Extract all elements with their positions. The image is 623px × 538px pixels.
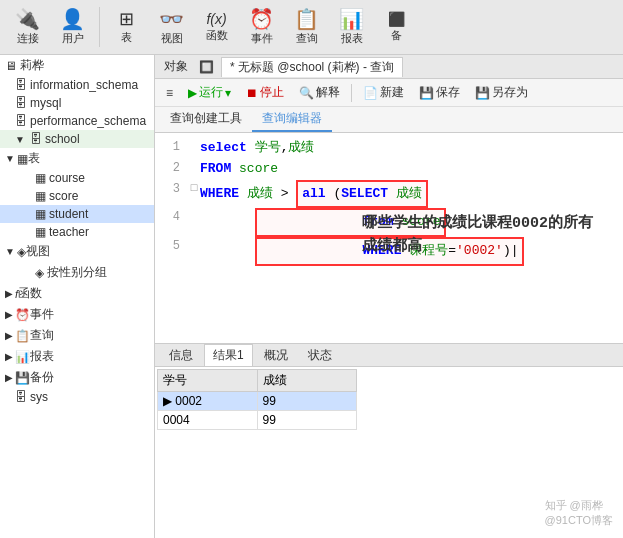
table-label-score: score xyxy=(49,189,78,203)
run-label: 运行 xyxy=(199,84,223,101)
sidebar-group-backup[interactable]: ▶ 💾 备份 xyxy=(0,367,154,388)
sidebar-item-course[interactable]: ▦ course xyxy=(0,169,154,187)
result-table-container: 学号 成绩 ▶ 0002 xyxy=(155,367,623,432)
db-label-2: mysql xyxy=(30,96,61,110)
action-sep-1 xyxy=(351,84,352,102)
bottom-tab-info[interactable]: 信息 xyxy=(160,344,202,366)
view-icon: 👓 xyxy=(159,9,184,29)
table-row[interactable]: 0004 99 xyxy=(158,411,357,430)
table-row[interactable]: ▶ 0002 99 xyxy=(158,392,357,411)
run-button[interactable]: ▶ 运行 ▾ xyxy=(182,82,237,103)
event-label: 事件 xyxy=(251,31,273,46)
toolbar-connect[interactable]: 🔌 连接 xyxy=(5,5,50,50)
backup-label-sidebar: 备份 xyxy=(30,369,54,386)
toolbar-view[interactable]: 👓 视图 xyxy=(149,5,194,50)
table-icon-student: ▦ xyxy=(35,207,46,221)
row-id-2: 0004 xyxy=(158,411,258,430)
views-icon: ◈ xyxy=(17,245,26,259)
bottom-tab-result1[interactable]: 结果1 xyxy=(204,344,253,366)
stop-button[interactable]: ⏹ 停止 xyxy=(240,82,290,103)
toolbar-event[interactable]: ⏰ 事件 xyxy=(239,5,284,50)
toolbar-report[interactable]: 📊 报表 xyxy=(329,5,374,50)
db-label-1: information_schema xyxy=(30,78,138,92)
sidebar-group-tables[interactable]: ▼ ▦ 表 xyxy=(0,148,154,169)
bottom-area: 信息 结果1 概况 状态 xyxy=(155,343,623,432)
sidebar-item-mysql[interactable]: 🗄 mysql xyxy=(0,94,154,112)
toolbar-function[interactable]: f(x) 函数 xyxy=(194,8,239,47)
db-label-3: performance_schema xyxy=(30,114,146,128)
sidebar-item-information-schema[interactable]: 🗄 information_schema xyxy=(0,76,154,94)
sub-tabs: 查询创建工具 查询编辑器 xyxy=(155,107,623,133)
sidebar-root[interactable]: 🖥 莉桦 xyxy=(0,55,154,76)
functions-collapse: ▶ xyxy=(5,288,13,299)
sidebar-item-school[interactable]: ▼ 🗄 school xyxy=(0,130,154,148)
table-label-course: course xyxy=(49,171,85,185)
user-icon: 👤 xyxy=(60,9,85,29)
query-tab[interactable]: * 无标题 @school (莉桦) - 查询 xyxy=(221,57,403,77)
table-label-student: student xyxy=(49,207,88,221)
top-toolbar: 🔌 连接 👤 用户 ⊞ 表 👓 视图 f(x) 函数 ⏰ 事件 📋 查询 xyxy=(0,0,623,55)
object-label: 对象 xyxy=(160,57,192,76)
events-icon: ⏰ xyxy=(15,308,30,322)
table-icon-score: ▦ xyxy=(35,189,46,203)
main-layout: 🖥 莉桦 🗄 information_schema 🗄 mysql 🗄 perf… xyxy=(0,55,623,538)
query-tab-icon: * xyxy=(230,60,235,74)
sidebar-group-queries[interactable]: ▶ 📋 查询 xyxy=(0,325,154,346)
db-icon-3: 🗄 xyxy=(15,114,27,128)
explain-icon: 🔍 xyxy=(299,86,314,100)
view-label: 视图 xyxy=(161,31,183,46)
query-editor[interactable]: 1 select 学号,成绩 2 FROM score 3 xyxy=(155,133,623,343)
user-label: 用户 xyxy=(62,31,84,46)
content-area: 对象 🔲 * 无标题 @school (莉桦) - 查询 ≡ ▶ 运行 ▾ xyxy=(155,55,623,538)
events-label: 事件 xyxy=(30,306,54,323)
row-score-2: 99 xyxy=(257,411,356,430)
backup-collapse: ▶ xyxy=(5,372,13,383)
code-line-2: 2 FROM score xyxy=(160,159,618,180)
sidebar-group-views[interactable]: ▼ ◈ 视图 xyxy=(0,241,154,262)
sidebar-item-gender-view[interactable]: ◈ 按性别分组 xyxy=(0,262,154,283)
menu-btn[interactable]: ≡ xyxy=(160,84,179,102)
view-label-gender: 按性别分组 xyxy=(47,264,107,281)
sub-tab-query-builder[interactable]: 查询创建工具 xyxy=(160,107,252,132)
table-icon-teacher: ▦ xyxy=(35,225,46,239)
bottom-tab-overview[interactable]: 概况 xyxy=(255,344,297,366)
db-label-sys: sys xyxy=(30,390,48,404)
reports-label: 报表 xyxy=(30,348,54,365)
object-bar: 对象 🔲 * 无标题 @school (莉桦) - 查询 xyxy=(155,55,623,79)
code-line-1: 1 select 学号,成绩 xyxy=(160,138,618,159)
sub-tab-query-editor[interactable]: 查询编辑器 xyxy=(252,107,332,132)
db-icon-1: 🗄 xyxy=(15,78,27,92)
sidebar-item-teacher[interactable]: ▦ teacher xyxy=(0,223,154,241)
functions-label: 函数 xyxy=(18,285,42,302)
backup-icon-sidebar: 💾 xyxy=(15,371,30,385)
tables-icon: ▦ xyxy=(17,152,28,166)
query-tab-label: 无标题 @school (莉桦) - 查询 xyxy=(238,60,394,74)
menu-icon: ≡ xyxy=(166,86,173,100)
toolbar-backup[interactable]: ⬛ 备 xyxy=(374,8,419,47)
db-icon-2: 🗄 xyxy=(15,96,27,110)
table-icon: ⊞ xyxy=(119,10,134,28)
query-icon: 📋 xyxy=(294,9,319,29)
sidebar-group-functions[interactable]: ▶ f 函数 xyxy=(0,283,154,304)
save-button[interactable]: 💾 保存 xyxy=(413,82,466,103)
save-as-button[interactable]: 💾 另存为 xyxy=(469,82,534,103)
code-line-3: 3 □ WHERE 成绩 > all (SELECT 成绩 xyxy=(160,180,618,209)
sidebar-item-sys[interactable]: 🗄 sys xyxy=(0,388,154,406)
toolbar-query[interactable]: 📋 查询 xyxy=(284,5,329,50)
new-icon: 📄 xyxy=(363,86,378,100)
new-button[interactable]: 📄 新建 xyxy=(357,82,410,103)
sidebar-item-performance-schema[interactable]: 🗄 performance_schema xyxy=(0,112,154,130)
bottom-tab-status[interactable]: 状态 xyxy=(299,344,341,366)
sidebar-group-events[interactable]: ▶ ⏰ 事件 xyxy=(0,304,154,325)
root-label: 莉桦 xyxy=(20,57,44,74)
sidebar: 🖥 莉桦 🗄 information_schema 🗄 mysql 🗄 perf… xyxy=(0,55,155,538)
toolbar-separator-1 xyxy=(99,7,100,47)
toolbar-table[interactable]: ⊞ 表 xyxy=(104,6,149,49)
explain-button[interactable]: 🔍 解释 xyxy=(293,82,346,103)
sidebar-item-student[interactable]: ▦ student xyxy=(0,205,154,223)
sidebar-item-score[interactable]: ▦ score xyxy=(0,187,154,205)
views-label: 视图 xyxy=(26,243,50,260)
connect-label: 连接 xyxy=(17,31,39,46)
sidebar-group-reports[interactable]: ▶ 📊 报表 xyxy=(0,346,154,367)
toolbar-user[interactable]: 👤 用户 xyxy=(50,5,95,50)
